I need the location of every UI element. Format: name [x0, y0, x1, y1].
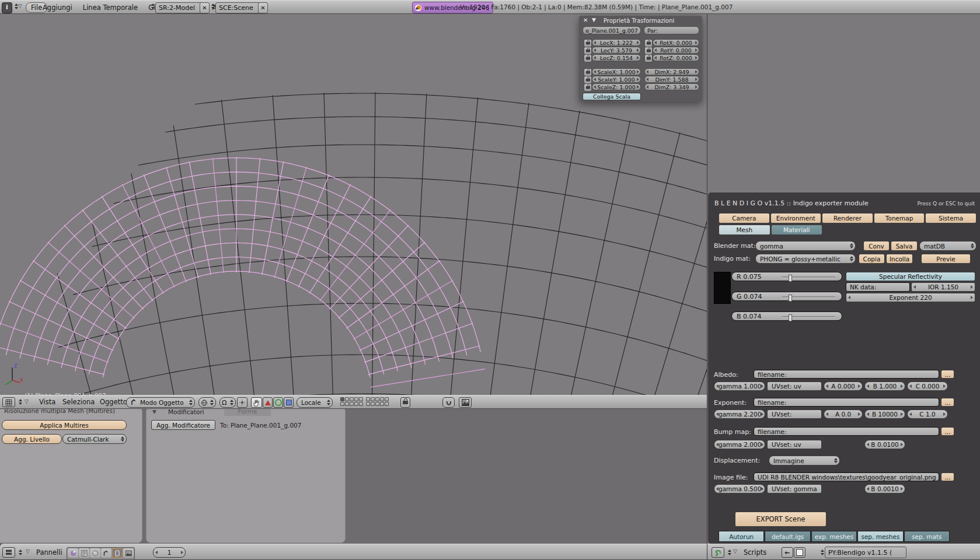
b-slider[interactable]: B 0.074 — [731, 312, 842, 321]
g-slider[interactable]: G 0.074 — [731, 292, 842, 301]
parent-field[interactable]: Par: — [644, 26, 699, 34]
locz-field[interactable]: LocZ: 0.154 — [592, 54, 641, 61]
tab-renderer[interactable]: Renderer — [822, 213, 873, 223]
editor-type-button[interactable] — [2, 397, 15, 407]
logic-buttons-icon[interactable] — [68, 548, 78, 558]
frame-current-field[interactable]: 1 — [153, 547, 186, 558]
layer-toggle-group-2[interactable] — [366, 397, 389, 406]
forme-tab[interactable]: Forme — [224, 409, 271, 416]
close-icon[interactable]: ✕ — [583, 17, 588, 23]
collapse-arrow-icon[interactable]: ▽ — [25, 398, 29, 404]
toggle-default-igs[interactable]: default.igs — [765, 531, 810, 542]
bump-uvset-button[interactable]: UVset: uv — [767, 440, 822, 449]
menu-seleziona[interactable]: Seleziona — [57, 398, 100, 406]
shading-buttons-icon[interactable] — [90, 548, 100, 558]
viewport-shading-dropdown[interactable] — [198, 397, 216, 408]
matdb-dropdown[interactable]: matDB — [919, 241, 976, 251]
subdivision-type-dropdown[interactable]: Catmull-Clark — [62, 434, 127, 444]
image-gamma-field[interactable]: gamma 0.500 — [714, 484, 765, 494]
bump-b-field[interactable]: B 0.0100 — [864, 440, 905, 449]
scaley-field[interactable]: ScaleY: 1.000 — [592, 76, 641, 83]
editor-type-spinner[interactable] — [728, 550, 731, 555]
editor-type-spinner[interactable] — [19, 550, 22, 555]
preview-button[interactable]: Previe — [921, 254, 971, 264]
screen-close-button[interactable]: ✕ — [200, 2, 210, 13]
r-slider[interactable]: R 0.075 — [731, 272, 842, 281]
scale-manipulator-button[interactable] — [284, 397, 294, 408]
lock-icon[interactable] — [584, 76, 592, 84]
tab-mesh[interactable]: Mesh — [719, 225, 770, 235]
back-button[interactable]: ← — [782, 547, 793, 558]
lock-icon[interactable] — [584, 83, 592, 92]
editor-type-spinner[interactable] — [19, 399, 22, 405]
exponent-gamma-field[interactable]: gamma 2.200 — [714, 410, 765, 419]
editing-buttons-icon[interactable] — [112, 548, 123, 558]
incolla-button[interactable]: Incolla — [886, 254, 913, 264]
lock-icon[interactable] — [584, 39, 592, 47]
lock-icon[interactable] — [644, 47, 653, 55]
scene-name-field[interactable]: SCE:Scene — [215, 2, 264, 13]
color-swatch[interactable] — [714, 272, 731, 304]
lock-icon[interactable] — [584, 54, 592, 62]
exponent-c-field[interactable]: C 1.0 — [907, 410, 948, 419]
albedo-a-field[interactable]: A 0.000 — [824, 382, 863, 391]
editor-type-button[interactable] — [2, 547, 15, 558]
pivot-dropdown[interactable]: Ω — [219, 397, 236, 408]
collapse-arrow-icon[interactable]: ▽ — [18, 3, 22, 9]
collapse-arrow-icon[interactable]: ▼ — [592, 17, 596, 23]
toggle-sep-mats[interactable]: sep. mats — [904, 531, 950, 542]
lock-icon[interactable] — [644, 54, 653, 62]
modifiers-tab[interactable]: Modificatori — [168, 409, 204, 415]
add-level-button[interactable]: Agg. Livello — [2, 434, 62, 444]
tab-sistema[interactable]: Sistema — [925, 213, 976, 223]
dimy-field[interactable]: DimY: 1.588 — [644, 76, 699, 83]
scalex-field[interactable]: ScaleX: 1.000 — [592, 68, 641, 75]
tab-environment[interactable]: Environment — [770, 213, 822, 223]
panel-collapse-icon[interactable]: ▼ — [152, 409, 156, 415]
displacement-dropdown[interactable]: Immagine — [769, 456, 840, 466]
dimx-field[interactable]: DimX: 2.949 — [644, 68, 699, 75]
snap-button[interactable] — [442, 397, 455, 408]
scene-browse-spinner[interactable] — [211, 4, 215, 9]
exponent-uvset-button[interactable]: UVset: — [767, 410, 822, 419]
apply-multires-button[interactable]: Applica Multires — [2, 420, 127, 430]
locy-field[interactable]: LocY: 3.579 — [592, 47, 641, 54]
tab-materiali[interactable]: Materiali — [771, 225, 823, 235]
menu-aggiungi[interactable]: Aggiungi — [37, 4, 78, 12]
scalez-field[interactable]: ScaleZ: 1.000 — [592, 83, 641, 90]
nk-data-field[interactable]: NK data: — [846, 282, 910, 292]
editor-type-button[interactable] — [712, 547, 724, 558]
menu-linea-temporale[interactable]: Linea Temporale — [78, 4, 143, 12]
toggle-autorun[interactable]: Autorun — [719, 531, 764, 542]
layer-toggle-group-1[interactable] — [340, 397, 363, 406]
link-scale-button[interactable]: Collega Scala — [583, 93, 641, 100]
indigo-mat-dropdown[interactable]: PHONG = glossy+metallic — [755, 254, 856, 264]
collapse-arrow-icon[interactable]: ▽ — [733, 548, 737, 554]
scene-close-button[interactable]: ✕ — [258, 2, 268, 13]
lock-icon[interactable] — [584, 68, 592, 76]
tab-camera[interactable]: Camera — [719, 213, 770, 223]
lock-icon[interactable] — [644, 39, 653, 47]
exponent-a-field[interactable]: A 0.0 — [824, 410, 863, 419]
blender-mat-dropdown[interactable]: gomma — [755, 241, 856, 251]
info-editor-button[interactable]: i — [2, 2, 12, 13]
multires-panel-tab[interactable]: Risoluzione multipla Mesh (Multires) — [4, 409, 115, 414]
screen-name-field[interactable]: SR:2-Model — [155, 2, 205, 13]
albedo-uvset-button[interactable]: UVset: uv — [767, 382, 822, 391]
conv-button[interactable]: Conv — [863, 241, 890, 251]
image-file-browse-button[interactable]: ... — [941, 473, 954, 481]
locx-field[interactable]: LocX: 1.222 — [592, 39, 641, 46]
albedo-b-field[interactable]: B 1.000 — [864, 382, 905, 391]
ior-field[interactable]: IOR 1.150 — [911, 282, 975, 292]
lock-icon[interactable] — [584, 47, 592, 55]
rotz-field[interactable]: RotZ: 0.000 — [653, 54, 699, 61]
albedo-browse-button[interactable]: ... — [941, 370, 954, 379]
albedo-filename-field[interactable]: filename: — [754, 370, 939, 379]
export-scene-button[interactable]: EXPORT Scene — [735, 512, 826, 527]
transform-properties-panel[interactable]: ✕ ▼ Proprietà Trasformazioni e_Plane.001… — [579, 16, 702, 102]
rotx-field[interactable]: RotX: 0.000 — [653, 39, 699, 46]
copia-button[interactable]: Copia — [859, 254, 885, 264]
roty-field[interactable]: RotY: 0.000 — [653, 47, 699, 54]
albedo-gamma-field[interactable]: gamma 1.000 — [714, 382, 765, 391]
image-b-field[interactable]: B 0.0010 — [864, 484, 905, 494]
